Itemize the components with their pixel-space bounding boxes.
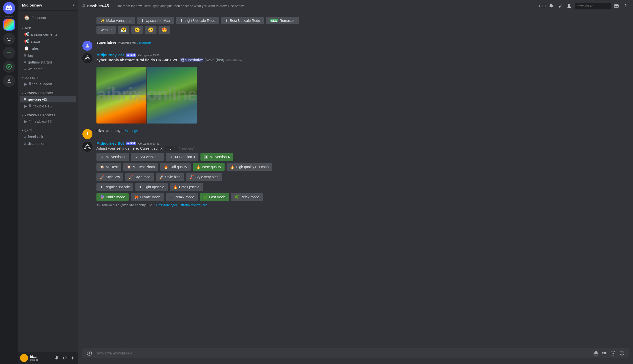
reaction-angry[interactable]: 😤 bbox=[118, 26, 129, 34]
relax-mode-button[interactable]: 🌿 Relax mode bbox=[231, 193, 263, 201]
privacy-link[interactable]: Нажмите здесь, чтобы убрать его bbox=[156, 203, 207, 207]
channel-faq[interactable]: # faq bbox=[20, 52, 76, 58]
channel-faq-label: faq bbox=[28, 53, 74, 57]
private-mode-button[interactable]: 🦊 Private mode bbox=[131, 193, 164, 201]
web-label: Web bbox=[100, 28, 108, 32]
style-high-button[interactable]: 🚀 Style high bbox=[156, 173, 184, 181]
mj-test-icon: 🐶 bbox=[100, 165, 104, 169]
deafen-button[interactable] bbox=[61, 354, 68, 361]
light-upscale-redo-button[interactable]: ⬆ Light Upscale Redo bbox=[176, 17, 219, 24]
message-input[interactable] bbox=[95, 348, 590, 358]
category-support-arrow: ▾ bbox=[22, 77, 23, 79]
channel-trial-support[interactable]: ▶ # trial-support bbox=[20, 81, 76, 87]
newbies-75-hash-icon: # bbox=[29, 119, 31, 124]
reaction-sad[interactable]: 😕 bbox=[131, 26, 143, 34]
hashmark-count-btn[interactable]: 10 bbox=[539, 3, 546, 10]
add-server-icon[interactable]: + bbox=[3, 47, 15, 59]
sticker-button[interactable] bbox=[609, 349, 617, 357]
explore-servers-icon[interactable] bbox=[3, 61, 15, 73]
base-quality-button[interactable]: 🔥 Base quality bbox=[193, 163, 225, 171]
category-info[interactable]: ▾ INFO bbox=[18, 23, 78, 31]
image-cell-2[interactable] bbox=[147, 67, 197, 95]
members-btn[interactable] bbox=[566, 3, 573, 10]
upscale-to-max-button[interactable]: ⬆ Upscale to Max bbox=[137, 17, 174, 24]
remaster-button[interactable]: NEW Remaster bbox=[266, 17, 299, 24]
style-low-button[interactable]: 🚀 Style low bbox=[96, 173, 123, 181]
mj-bot-2-settings-text: Adjust your settings here. Current suffi… bbox=[96, 146, 629, 151]
image-cell-1[interactable] bbox=[96, 67, 146, 95]
mj-bot-1-name: Midjourney Bot bbox=[96, 53, 124, 57]
channel-feedback[interactable]: # feedback bbox=[20, 133, 76, 140]
svg-point-1 bbox=[9, 67, 10, 67]
notifications-btn[interactable] bbox=[548, 3, 555, 10]
beta-upscale-button[interactable]: 🔥 Beta upscale bbox=[170, 183, 203, 191]
add-file-button[interactable] bbox=[85, 349, 93, 357]
superlative-message-content: superlative использует /imagine bbox=[96, 40, 629, 51]
channel-getting-started[interactable]: # getting-started bbox=[20, 59, 76, 65]
gif-button[interactable]: GIF bbox=[601, 349, 608, 357]
fast-mode-button[interactable]: 🌿 Fast mode bbox=[200, 193, 229, 201]
light-upscale-icon: ⬆ bbox=[139, 185, 142, 189]
help-btn[interactable]: ? bbox=[622, 3, 629, 10]
search-input[interactable] bbox=[575, 3, 611, 9]
reaction-happy[interactable]: 😀 bbox=[145, 26, 156, 34]
image-cell-3[interactable] bbox=[96, 95, 146, 124]
channel-newbies-15[interactable]: ▶ # newbies-15 bbox=[20, 103, 76, 109]
channel-announcements[interactable]: 📢 announcements bbox=[20, 31, 76, 38]
server-icon-boat[interactable] bbox=[3, 33, 15, 45]
midjourney-server-icon[interactable] bbox=[3, 19, 15, 31]
channel-welcome[interactable]: # welcome bbox=[20, 66, 76, 72]
category-support[interactable]: ▾ SUPPORT bbox=[18, 72, 78, 80]
web-button[interactable]: Web ↗ bbox=[96, 26, 116, 34]
superlative-avatar bbox=[82, 41, 92, 51]
gift-button[interactable] bbox=[592, 349, 600, 357]
download-apps-icon[interactable] bbox=[3, 75, 15, 87]
mj-v2-button[interactable]: 2 MJ version 2 bbox=[131, 153, 164, 161]
mj-bot-2-header: Midjourney Bot BOT Сегодня, в 13:31 bbox=[96, 141, 629, 145]
image-cell-4[interactable] bbox=[147, 95, 197, 124]
category-newcomer-rooms-2[interactable]: ▾ NEWCOMER ROOMS 2 bbox=[18, 110, 78, 118]
mute-button[interactable] bbox=[53, 354, 60, 361]
half-quality-button[interactable]: 🔥 Half quality bbox=[160, 163, 190, 171]
mj-test-photo-button[interactable]: 🐶 MJ Test Photo bbox=[123, 163, 158, 171]
server-header[interactable]: Midjourney ▾ bbox=[18, 0, 78, 11]
regular-upscale-button[interactable]: ⬆ Regular upscale bbox=[96, 183, 133, 191]
mj-test-button[interactable]: 🐶 MJ Test bbox=[96, 163, 121, 171]
public-mode-button[interactable]: 🔮 Public mode bbox=[96, 193, 129, 201]
light-upscale-button[interactable]: ⬆ Light upscale bbox=[135, 183, 168, 191]
image-grid[interactable] bbox=[96, 67, 197, 124]
style-med-button[interactable]: 🚀 Style med bbox=[125, 173, 154, 181]
mj-v3-button[interactable]: 3 MJ version 3 bbox=[166, 153, 198, 161]
nav-home[interactable]: 🏠 Главная bbox=[20, 13, 76, 22]
channel-discussion[interactable]: # discussion bbox=[20, 140, 76, 147]
channel-newbies-75-label: newbies-75 bbox=[32, 119, 74, 124]
mj-bot-1-header: Midjourney Bot BOT Сегодня, в 13:31 bbox=[96, 53, 629, 57]
user-tag: #4338 bbox=[30, 358, 51, 361]
category-newcomer-rooms[interactable]: ▾ NEWCOMER ROOMS bbox=[18, 88, 78, 96]
server-menu-chevron[interactable]: ▾ bbox=[73, 4, 74, 7]
inbox-btn[interactable] bbox=[613, 3, 620, 10]
reaction-love[interactable]: 😍 bbox=[159, 26, 170, 34]
privacy-notice: Только вы видите это сообщение • Нажмите… bbox=[96, 203, 629, 207]
emoji-button[interactable] bbox=[618, 349, 626, 357]
mj-bot-1-badge: BOT bbox=[126, 53, 136, 57]
high-quality-button[interactable]: 🔥 High quality (2x cost) bbox=[227, 163, 272, 171]
pin-btn[interactable] bbox=[557, 3, 564, 10]
category-chat[interactable]: ▾ CHAT bbox=[18, 125, 78, 133]
channel-status[interactable]: 📢 status bbox=[20, 38, 76, 45]
mj-v1-button[interactable]: 1 MJ version 1 bbox=[96, 153, 129, 161]
channel-newbies-45[interactable]: # newbies-45 👤+ bbox=[20, 96, 76, 102]
status-icon: 📢 bbox=[24, 39, 29, 44]
make-variations-button[interactable]: ✨ Make Variations bbox=[96, 17, 135, 24]
style-very-high-button[interactable]: 🚀 Style very high bbox=[186, 173, 222, 181]
mj-v4-button[interactable]: 4 MJ version 4 bbox=[200, 153, 233, 161]
remix-mode-button[interactable]: ⚏ Remix mode bbox=[166, 193, 198, 201]
settings-button[interactable] bbox=[69, 354, 76, 361]
discord-home-icon[interactable] bbox=[3, 2, 15, 14]
mj-test-photo-icon: 🐶 bbox=[127, 165, 131, 169]
channel-newbies-75[interactable]: ▶ # newbies-75 bbox=[20, 118, 76, 125]
ldza-command: /settings bbox=[125, 129, 138, 133]
channel-rules[interactable]: 📋 rules bbox=[20, 45, 76, 52]
beta-upscale-redo-button[interactable]: ⬆ Beta Upscale Redo bbox=[221, 17, 264, 24]
remix-mode-label: Remix mode bbox=[175, 195, 194, 199]
